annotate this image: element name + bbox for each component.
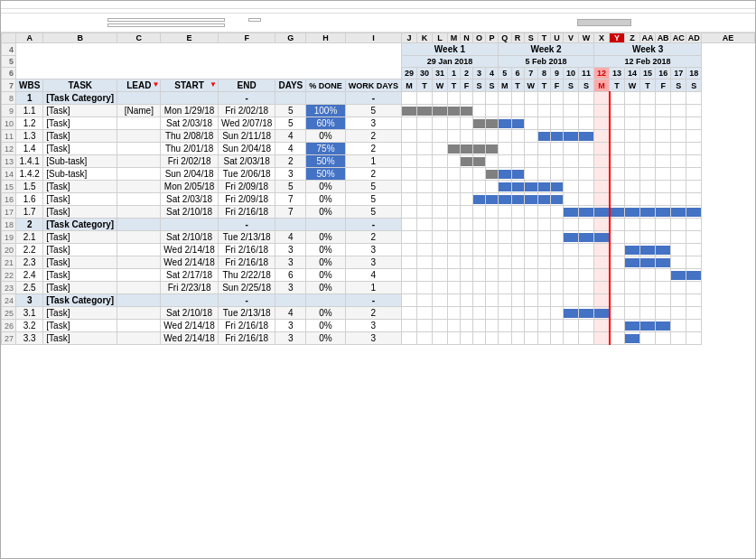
gantt-cell	[656, 282, 671, 294]
gantt-cell	[640, 282, 656, 294]
gantt-cell	[499, 168, 512, 181]
gantt-cell	[511, 193, 524, 206]
days-cell	[275, 92, 306, 105]
gantt-cell	[511, 320, 524, 332]
wbs-cell: 1.6	[16, 193, 43, 206]
gantt-cell	[594, 332, 610, 345]
task-row: 232.5[Task]Fri 2/23/18Sun 2/25/1830%1	[2, 282, 755, 294]
start-cell: Sat 2/03/18	[161, 193, 219, 206]
gantt-cell	[538, 231, 551, 244]
gantt-cell	[524, 155, 538, 168]
gantt-cell	[538, 92, 551, 105]
wbs-cell: 1.5	[16, 181, 43, 193]
gantt-cell	[686, 193, 702, 206]
gantt-cell	[417, 206, 433, 219]
gantt-cell	[594, 282, 610, 294]
category-row: 243[Task Category]--	[2, 294, 755, 307]
gantt-cell	[538, 117, 551, 130]
gantt-cell	[686, 181, 702, 193]
start-cell: Sat 2/10/18	[161, 231, 219, 244]
gantt-cell	[524, 332, 538, 345]
gantt-cell	[448, 294, 461, 307]
gantt-cell	[511, 130, 524, 143]
gantt-cell	[486, 332, 499, 345]
gantt-cell	[486, 155, 499, 168]
gantt-cell	[594, 244, 610, 256]
gantt-cell	[486, 269, 499, 282]
pct-cell: 0%	[306, 231, 346, 244]
row-number: 11	[2, 130, 16, 143]
lead-value[interactable]	[107, 23, 225, 27]
gantt-cell	[433, 231, 448, 244]
gantt-cell	[551, 206, 564, 219]
gantt-cell	[686, 92, 702, 105]
gantt-cell	[564, 92, 579, 105]
gantt-cell	[417, 181, 433, 193]
gantt-cell	[610, 155, 625, 168]
gantt-cell	[656, 92, 671, 105]
spreadsheet: A B C E F G H I J K L M N O P Q R	[0, 0, 756, 559]
days-cell: 3	[275, 244, 306, 256]
gantt-cell	[499, 181, 512, 193]
gantt-cell	[640, 155, 656, 168]
gantt-cell	[486, 92, 499, 105]
gantt-cell	[524, 105, 538, 117]
gantt-cell	[594, 294, 610, 307]
start-cell: Fri 2/02/18	[161, 155, 219, 168]
lead-cell	[117, 256, 161, 269]
gantt-cell	[610, 294, 625, 307]
gantt-cell	[640, 256, 656, 269]
gantt-cell	[551, 168, 564, 181]
col-A: A	[16, 33, 43, 43]
start-cell: Fri 2/23/18	[161, 282, 219, 294]
info-nav-row	[1, 14, 755, 33]
gantt-cell	[486, 219, 499, 231]
end-cell: Sun 2/11/18	[218, 130, 275, 143]
pct-cell: 0%	[306, 332, 346, 345]
end-cell: Fri 2/02/18	[218, 105, 275, 117]
end-cell: Fri 2/09/18	[218, 193, 275, 206]
gantt-cell	[473, 256, 486, 269]
nav-scrollbar[interactable]	[577, 19, 631, 26]
lead-cell	[117, 155, 161, 168]
gantt-cell	[511, 117, 524, 130]
start-cell: Thu 2/01/18	[161, 143, 219, 155]
gantt-cell	[686, 244, 702, 256]
gantt-cell	[579, 181, 594, 193]
start-cell	[161, 294, 219, 307]
gantt-cell	[656, 143, 671, 155]
wbs-cell: 1.1	[16, 105, 43, 117]
gantt-cell	[579, 332, 594, 345]
gantt-cell	[610, 231, 625, 244]
end-cell: Thu 2/22/18	[218, 269, 275, 282]
gantt-cell	[671, 117, 686, 130]
end-cell: -	[218, 219, 275, 231]
gantt-cell	[524, 244, 538, 256]
work-cell: 1	[345, 282, 401, 294]
task-row: 141.4.2[Sub-task]Sun 2/04/18Tue 2/06/183…	[2, 168, 755, 181]
gantt-cell	[551, 231, 564, 244]
gantt-cell	[486, 294, 499, 307]
col-E: F	[218, 33, 275, 43]
gantt-cell	[401, 307, 416, 320]
gantt-cell	[433, 244, 448, 256]
display-week-value[interactable]	[248, 18, 261, 22]
gantt-cell	[511, 143, 524, 155]
gantt-cell	[686, 307, 702, 320]
gantt-cell	[579, 206, 594, 219]
gantt-cell	[538, 256, 551, 269]
gantt-cell	[625, 105, 640, 117]
gantt-cell	[401, 206, 416, 219]
gantt-cell	[610, 219, 625, 231]
gantt-cell	[417, 332, 433, 345]
start-cell: Sat 2/17/18	[161, 269, 219, 282]
row-number: 9	[2, 105, 16, 117]
task-cell: [Task]	[43, 206, 117, 219]
lead-cell	[117, 193, 161, 206]
gantt-cell	[594, 117, 610, 130]
gantt-cell	[401, 155, 416, 168]
task-row: 253.1[Task]Sat 2/10/18Tue 2/13/1840%2	[2, 307, 755, 320]
start-date-value[interactable]	[107, 18, 225, 22]
lead-cell	[117, 307, 161, 320]
days-cell: 4	[275, 307, 306, 320]
